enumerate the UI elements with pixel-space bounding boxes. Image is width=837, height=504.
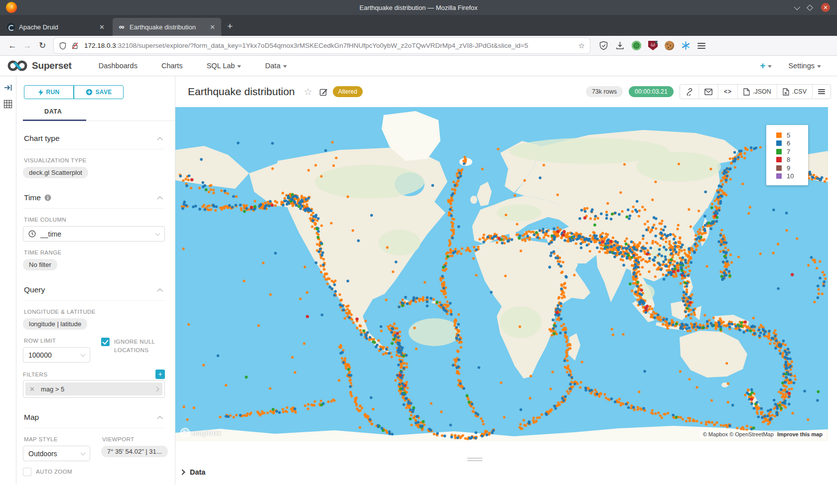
legend-row[interactable]: 7 [776, 147, 804, 156]
url-host: 172.18.0.3 [84, 42, 116, 49]
clock-icon [28, 230, 36, 238]
edit-icon[interactable] [319, 88, 328, 96]
section-query: Query LONGITUDE & LATITUDE longitude | l… [23, 272, 165, 400]
window-close-icon[interactable]: ✕ [821, 3, 830, 12]
tab-data[interactable]: DATA [23, 105, 165, 118]
map-attribution: © Mapbox © OpenStreetMap Improve this ma… [699, 430, 826, 438]
superset-logo[interactable]: Superset [7, 60, 72, 72]
chevron-down-icon [155, 231, 160, 236]
legend-row[interactable]: 5 [776, 131, 804, 139]
download-icon[interactable] [615, 41, 625, 50]
section-point-size: Point Size [23, 478, 165, 485]
active-tab-indicator [23, 120, 86, 121]
time-column-select[interactable]: __time [23, 226, 165, 242]
map-style-select[interactable]: Outdoors [23, 446, 90, 461]
section-header[interactable]: Chart type [23, 131, 165, 149]
druid-favicon [7, 23, 15, 31]
chevron-down-icon [81, 352, 86, 357]
tab-earthquake-distribution[interactable]: ∞ Earthquake distribution ✕ [113, 18, 221, 36]
section-header[interactable]: Time [23, 190, 165, 209]
file-x-icon [783, 88, 789, 96]
chart-header: Earthquake distribution ☆ Altered 73k ro… [175, 76, 837, 107]
save-button[interactable]: SAVE [74, 85, 124, 99]
viewport-value[interactable]: 7° 35' 54.02" | 31... [101, 446, 168, 457]
legend-row[interactable]: 6 [776, 139, 804, 148]
address-bar[interactable]: 172.18.0.3:32108/superset/explore/?form_… [54, 38, 590, 53]
superset-navbar: Superset Dashboards Charts SQL Lab Data … [0, 56, 837, 76]
window-maximize-icon[interactable] [807, 4, 813, 11]
email-button[interactable] [699, 85, 718, 99]
nav-item-data[interactable]: Data [265, 62, 287, 70]
chart-menu-button[interactable] [813, 85, 831, 99]
tab-close-icon[interactable]: ✕ [98, 23, 106, 31]
resize-handle[interactable] [467, 458, 482, 461]
mapbox-wordmark: mapbox [192, 428, 221, 437]
chart-control-panel: RUN SAVE DATA [16, 76, 175, 485]
collapse-panel-icon[interactable] [4, 84, 12, 92]
extension-asterisk-icon[interactable] [681, 41, 691, 50]
browser-toolbar: ← → ↻ 172.18.0.3:32108/superset/explore/… [0, 36, 837, 56]
filter-value: mag > 5 [41, 385, 64, 393]
cookie-extension-icon[interactable] [665, 41, 674, 50]
forward-button[interactable]: → [20, 41, 35, 51]
filter-chip[interactable]: ✕ mag > 5 [25, 382, 162, 395]
tab-close-icon[interactable]: ✕ [209, 23, 216, 31]
favorite-star-icon[interactable]: ☆ [304, 86, 312, 98]
pocket-shield-icon[interactable] [599, 41, 608, 50]
ublock-badge: 2 [655, 38, 661, 44]
dataset-grid-icon[interactable] [3, 100, 12, 109]
viz-type-value[interactable]: deck.gl Scatterplot [23, 167, 88, 178]
section-header[interactable]: Query [23, 282, 165, 301]
window-minimize-icon[interactable] [794, 3, 801, 10]
ignore-null-label: IGNORE NULL LOCATIONS [114, 338, 165, 355]
tab-apache-druid[interactable]: Apache Druid ✕ [2, 18, 111, 36]
share-link-button[interactable] [680, 85, 699, 99]
legend-row[interactable]: 9 [776, 164, 804, 172]
mapbox-icon [180, 428, 190, 437]
legend-label: 10 [787, 172, 794, 180]
legend-label: 9 [787, 164, 790, 172]
altered-badge[interactable]: Altered [333, 86, 363, 97]
time-range-value[interactable]: No filter [23, 259, 57, 270]
chevron-up-icon [157, 288, 162, 294]
legend-row[interactable]: 8 [776, 156, 804, 164]
nav-item-dashboards[interactable]: Dashboards [99, 62, 138, 70]
back-button[interactable]: ← [5, 41, 20, 51]
reload-button[interactable]: ↻ [35, 40, 50, 51]
url-text[interactable]: 172.18.0.3:32108/superset/explore/?form_… [84, 42, 578, 49]
tab-label: Earthquake distribution [130, 23, 206, 31]
tracking-shield-icon[interactable] [59, 42, 67, 50]
menu-icon[interactable] [698, 45, 705, 46]
data-section-toggle[interactable]: Data [175, 468, 837, 476]
ublock-icon[interactable]: 2 [648, 41, 658, 50]
nav-item-charts[interactable]: Charts [161, 62, 183, 70]
settings-menu[interactable]: Settings [789, 62, 821, 70]
add-new-button[interactable]: + [760, 60, 771, 71]
mapbox-logo[interactable]: mapbox [180, 428, 221, 437]
superset-favicon: ∞ [118, 23, 126, 31]
ignore-null-checkbox[interactable] [101, 338, 110, 346]
bolt-icon [38, 89, 43, 96]
deckgl-map[interactable]: 5678910 mapbox © Mapbox © OpenStreetMap … [175, 107, 828, 441]
insecure-lock-icon[interactable] [71, 42, 79, 50]
run-button[interactable]: RUN [24, 85, 74, 99]
chevron-right-icon [179, 469, 185, 475]
query-timer-badge: 00:00:03.21 [629, 86, 674, 97]
earthquake-scatter-layer [175, 107, 828, 441]
row-limit-select[interactable]: 100000 [23, 347, 90, 363]
bookmark-star-icon[interactable]: ☆ [578, 41, 585, 50]
new-tab-button[interactable]: + [227, 21, 233, 32]
export-json-button[interactable]: .JSON [738, 85, 777, 99]
map-style-label: MAP STYLE [24, 436, 90, 442]
privacy-badger-icon[interactable] [632, 41, 641, 50]
nav-item-sql-lab[interactable]: SQL Lab [207, 62, 242, 70]
add-filter-button[interactable]: + [155, 370, 165, 379]
auto-zoom-checkbox[interactable] [23, 468, 31, 476]
embed-code-button[interactable]: <> [718, 85, 738, 99]
improve-map-link[interactable]: Improve this map [777, 431, 823, 437]
export-csv-button[interactable]: .CSV [777, 85, 813, 99]
legend-row[interactable]: 10 [776, 172, 804, 181]
lonlat-value[interactable]: longitude | latitude [23, 318, 87, 330]
section-header[interactable]: Map [23, 410, 165, 428]
remove-filter-icon[interactable]: ✕ [29, 385, 35, 393]
